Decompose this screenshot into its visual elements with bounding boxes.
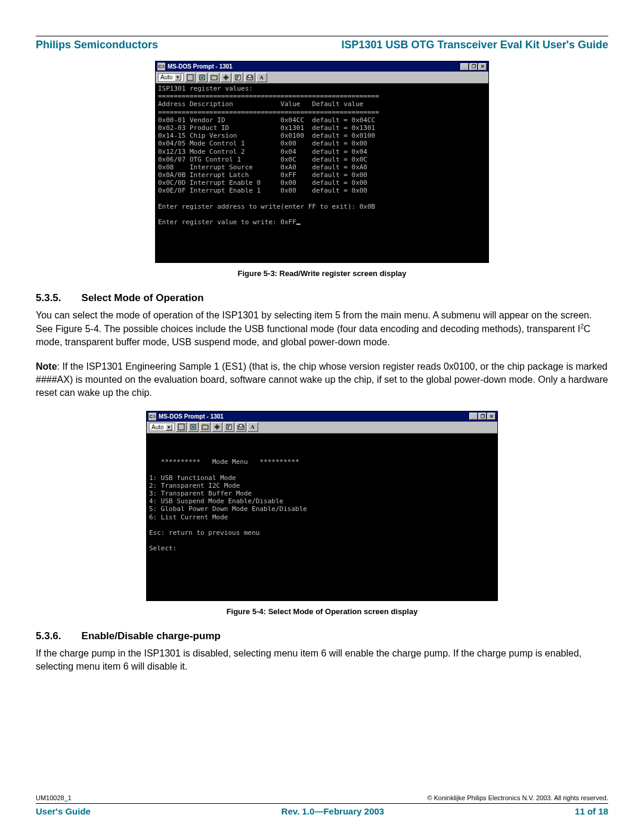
close-button[interactable]: ✕	[478, 63, 487, 70]
note-label: Note	[36, 361, 57, 371]
dos-window-mode-menu: C:\ MS-DOS Prompt - 1301 _ ❐ ✕ Auto ▼ P …	[146, 411, 498, 601]
window-toolbar: Auto ▼ P A	[147, 422, 497, 433]
msdos-icon: C:\	[148, 413, 156, 420]
svg-rect-2	[201, 76, 203, 79]
svg-rect-3	[211, 76, 217, 80]
toolbar-button-1[interactable]	[185, 73, 196, 82]
svg-rect-15	[202, 425, 208, 429]
toolbar-button-2[interactable]	[197, 73, 208, 82]
para-535-1: You can select the mode of operation of …	[36, 309, 608, 349]
dos-terminal-output: ********** Mode Menu ********** 1: USB f…	[147, 433, 497, 600]
header-right: ISP1301 USB OTG Transceiver Eval Kit Use…	[342, 39, 608, 51]
toolbar-button-6[interactable]	[236, 422, 246, 432]
font-size-combo[interactable]: Auto ▼	[149, 423, 175, 431]
toolbar-button-4[interactable]	[212, 422, 222, 432]
svg-rect-16	[203, 424, 205, 426]
svg-rect-4	[212, 75, 214, 76]
minimize-button[interactable]: _	[460, 63, 469, 70]
dos-text-2: ********** Mode Menu ********** 1: USB f…	[149, 458, 307, 552]
dos-terminal-output: ISP1301 register values: ===============…	[156, 83, 488, 262]
window-titlebar: C:\ MS-DOS Prompt - 1301 _ ❐ ✕	[147, 411, 497, 422]
svg-rect-23	[239, 425, 243, 427]
cursor-icon	[296, 224, 301, 225]
figure-caption-1: Figure 5-3: Read/Write register screen d…	[36, 269, 608, 278]
window-titlebar: C:\ MS-DOS Prompt - 1301 _ ❐ ✕	[156, 61, 488, 72]
section-number-536: 5.3.6.	[36, 630, 61, 642]
dos-text-1: ISP1301 register values: ===============…	[158, 85, 379, 226]
dropdown-arrow-icon: ▼	[166, 424, 172, 431]
toolbar-button-4[interactable]	[221, 73, 231, 82]
svg-text:P: P	[236, 75, 239, 80]
footer-copyright: © Koninklijke Philips Electronics N.V. 2…	[427, 794, 608, 801]
dos-window-registers: C:\ MS-DOS Prompt - 1301 _ ❐ ✕ Auto ▼ P …	[155, 61, 489, 263]
toolbar-button-3[interactable]	[209, 73, 219, 82]
toolbar-button-5[interactable]: P	[224, 422, 234, 432]
para-535-2: Note: If the ISP1301 Engineering Sample …	[36, 360, 608, 400]
svg-rect-11	[248, 75, 252, 78]
section-title-535: Select Mode of Operation	[82, 292, 204, 304]
combo-label: Auto	[160, 74, 173, 80]
window-toolbar: Auto ▼ P A	[156, 72, 488, 83]
window-title: MS-DOS Prompt - 1301	[159, 413, 224, 420]
maximize-button[interactable]: ❐	[469, 63, 478, 70]
section-title-536: Enable/Disable charge-pump	[82, 630, 221, 642]
toolbar-button-1[interactable]	[176, 422, 187, 432]
footer-docid: UM10028_1	[36, 794, 72, 801]
combo-label: Auto	[151, 424, 164, 431]
section-number-535: 5.3.5.	[36, 292, 61, 304]
svg-text:P: P	[227, 425, 230, 430]
svg-rect-14	[192, 426, 194, 428]
header-left: Philips Semiconductors	[36, 39, 158, 51]
msdos-icon: C:\	[157, 63, 165, 70]
window-title: MS-DOS Prompt - 1301	[168, 63, 233, 70]
para-536: If the charge pump in the ISP1301 is dis…	[36, 647, 608, 674]
close-button[interactable]: ✕	[487, 413, 496, 420]
svg-rect-0	[187, 75, 193, 80]
svg-rect-12	[178, 424, 184, 430]
font-size-combo[interactable]: Auto ▼	[158, 73, 184, 82]
toolbar-font-button[interactable]: A	[247, 422, 258, 432]
maximize-button[interactable]: ❐	[478, 413, 487, 420]
figure-caption-2: Figure 5-4: Select Mode of Operation scr…	[36, 607, 608, 616]
footer-left: User's Guide	[36, 806, 91, 816]
footer-right: 11 of 18	[575, 806, 608, 816]
dropdown-arrow-icon: ▼	[175, 74, 181, 80]
footer-center: Rev. 1.0—February 2003	[281, 806, 384, 816]
note-body: : If the ISP1301 Engineering Sample 1 (E…	[36, 361, 608, 398]
toolbar-button-5[interactable]: P	[233, 73, 243, 82]
toolbar-button-6[interactable]	[244, 73, 255, 82]
toolbar-button-3[interactable]	[200, 422, 210, 432]
toolbar-font-button[interactable]: A	[256, 73, 267, 82]
minimize-button[interactable]: _	[469, 413, 478, 420]
toolbar-button-2[interactable]	[188, 422, 199, 432]
